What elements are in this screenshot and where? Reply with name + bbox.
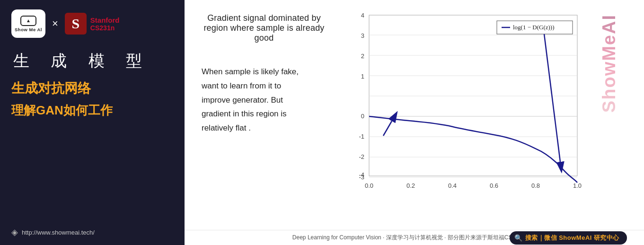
svg-text:1.0: 1.0: [573, 182, 582, 189]
showmeai-logo: Show Me Al: [11, 9, 45, 38]
svg-text:2: 2: [361, 52, 364, 60]
body-line5: relatively flat .: [202, 121, 331, 135]
main-content: Gradient signal dominated by region wher…: [185, 0, 644, 245]
svg-text:4: 4: [361, 12, 364, 19]
main-top: Gradient signal dominated by region wher…: [185, 0, 644, 230]
svg-text:0.6: 0.6: [490, 182, 498, 189]
stanford-logo: S Stanford CS231n: [65, 13, 120, 35]
svg-text:0.8: 0.8: [531, 182, 540, 189]
stanford-name: Stanford: [90, 16, 120, 24]
url-icon: ◈: [11, 227, 18, 237]
search-icon: 🔍: [514, 234, 522, 242]
svg-rect-0: [369, 15, 577, 176]
sidebar-url: http://www.showmeai.tech/: [22, 229, 95, 236]
svg-text:-2: -2: [359, 153, 364, 160]
body-line2: want to learn from it to: [202, 79, 331, 93]
svg-text:1: 1: [361, 73, 364, 80]
bottom-search[interactable]: 🔍 搜索｜微信 ShowMeAI 研究中心: [510, 231, 627, 245]
svg-text:log(1 − D(G(z))): log(1 − D(G(z))): [513, 24, 554, 31]
showmeai-icon: [20, 16, 36, 26]
main-body: When sample is likely fake, want to lear…: [202, 65, 331, 135]
logo-row: Show Me Al × S Stanford CS231n: [11, 9, 173, 38]
sidebar-subtitle1: 生成对抗网络: [11, 79, 173, 97]
sidebar-title-cn: 生 成 模 型: [11, 50, 173, 72]
logo-x-symbol: ×: [52, 18, 58, 30]
body-line4: gradient in this region is: [202, 107, 331, 121]
main-heading: Gradient signal dominated by region wher…: [202, 13, 331, 43]
showmeai-text: Show Me Al: [15, 27, 42, 32]
stanford-text-block: Stanford CS231n: [90, 16, 120, 32]
svg-text:0.0: 0.0: [365, 182, 373, 189]
sidebar-url-row: ◈ http://www.showmeai.tech/: [11, 227, 173, 237]
svg-text:0.2: 0.2: [406, 182, 415, 189]
chart-area: ShowMeAI 4 3 2 1 0 -1: [341, 0, 644, 230]
sidebar-subtitle2: 理解GAN如何工作: [11, 102, 173, 119]
chart-svg: 4 3 2 1 0 -1 -2 -3 0.0 0.2 0.4 0.6 0.8 1…: [341, 6, 606, 204]
svg-text:-4: -4: [359, 171, 364, 178]
bottom-bar: Deep Learning for Computer Vision · 深度学习…: [185, 230, 644, 245]
svg-text:-1: -1: [359, 133, 364, 140]
sidebar: Show Me Al × S Stanford CS231n 生 成 模 型 生…: [0, 0, 185, 245]
svg-text:3: 3: [361, 32, 364, 39]
bottom-text: Deep Learning for Computer Vision · 深度学习…: [292, 234, 536, 242]
stanford-s-icon: S: [65, 13, 87, 35]
stanford-course: CS231n: [90, 24, 120, 32]
svg-text:0: 0: [361, 113, 364, 120]
body-line3: improve generator. But: [202, 93, 331, 107]
svg-text:0.4: 0.4: [448, 182, 457, 189]
body-line1: When sample is likely fake,: [202, 65, 331, 79]
search-label: 搜索｜微信 ShowMeAI 研究中心: [525, 234, 619, 242]
text-area: Gradient signal dominated by region wher…: [185, 0, 341, 230]
